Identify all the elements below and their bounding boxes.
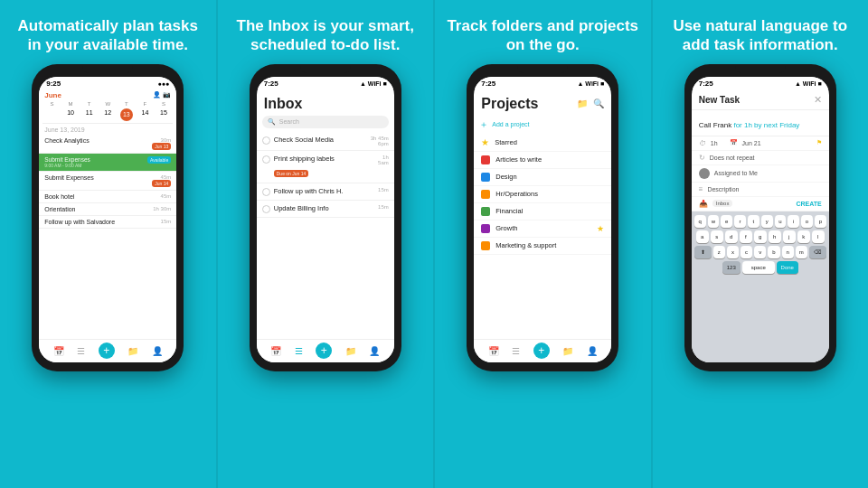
project-color-icon (481, 173, 490, 182)
project-name: Hr/Operations (495, 190, 538, 198)
tab-icon-calendar-2[interactable]: 📅 (270, 346, 281, 356)
key-y[interactable]: y (761, 215, 773, 228)
key-u[interactable]: u (775, 215, 787, 228)
key-i[interactable]: i (788, 215, 799, 228)
key-x[interactable]: x (727, 246, 739, 258)
key-w[interactable]: w (708, 215, 720, 228)
status-bar-2: 7:25 ▲ WiFi ■ (257, 77, 394, 89)
tab-icon-folder-2[interactable]: 📁 (345, 346, 356, 356)
project-item-articles[interactable]: Articles to write (474, 152, 611, 169)
project-item-financial[interactable]: Financial (474, 203, 611, 221)
key-v[interactable]: v (754, 246, 766, 258)
key-d[interactable]: d (725, 230, 738, 243)
project-item-marketing[interactable]: Marketing & support (474, 238, 611, 255)
cal-date-label: June 13, 2019 (39, 127, 176, 135)
inbox-title: Inbox (257, 89, 394, 116)
task-item[interactable]: Book hotel 45m (39, 191, 176, 203)
task-badge-orange-2: Jun 14 (152, 180, 171, 187)
project-name: Growth (495, 224, 517, 232)
task-item[interactable]: Orientation 1h 30m (39, 203, 176, 216)
newtask-row-repeat[interactable]: ↻ Does not repeat (692, 151, 829, 165)
key-delete[interactable]: ⌫ (809, 246, 826, 258)
task-item-green[interactable]: Submit Expenses 9:00 AM - 9:00 AM Availa… (39, 154, 176, 172)
create-button[interactable]: CREATE (796, 201, 821, 207)
time-1: 9:25 (46, 80, 61, 88)
checkbox-1[interactable] (262, 136, 270, 145)
newtask-row-desc[interactable]: ≡ Description (692, 183, 829, 197)
tab-add-button-2[interactable]: + (316, 343, 332, 359)
tab-icon-inbox[interactable]: ☰ (295, 346, 303, 356)
tab-icon-user[interactable]: 👤 (152, 346, 163, 356)
key-p[interactable]: p (815, 215, 826, 228)
key-f[interactable]: f (740, 230, 752, 243)
tab-icon-list[interactable]: ☰ (77, 346, 85, 356)
key-s[interactable]: s (711, 230, 723, 243)
tab-icon-user-2[interactable]: 👤 (369, 346, 380, 356)
key-j[interactable]: j (783, 230, 796, 243)
tab-icon-user-3[interactable]: 👤 (587, 346, 598, 356)
key-q[interactable]: q (694, 215, 706, 228)
inbox-item[interactable]: Check Social Media 3h 45m 6pm (257, 132, 394, 151)
panel-projects: Track folders and projects on the go. 7:… (433, 0, 651, 488)
key-e[interactable]: e (721, 215, 732, 228)
task-item[interactable]: Follow up with Salvadore 15m (39, 216, 176, 229)
tab-icon-list-3[interactable]: ☰ (512, 346, 520, 356)
tab-icon-folder[interactable]: 📁 (127, 346, 138, 356)
kb-row-4: 123 space Done (694, 261, 826, 274)
inbox-icon: 📥 (699, 200, 708, 208)
tab-icon-folder-3[interactable]: 📁 (562, 346, 573, 356)
key-g[interactable]: g (754, 230, 767, 243)
inbox-item[interactable]: Print shipping labels Due on Jun 14 1h 5… (257, 151, 394, 183)
kb-row-3: ⬆ z x c v b n m ⌫ (694, 246, 826, 258)
tab-add-button[interactable]: + (99, 343, 115, 359)
tab-icon-calendar[interactable]: 📅 (53, 346, 64, 356)
task-item[interactable]: Submit Expenses 45m Jun 14 (39, 172, 176, 191)
status-icons-4: ▲ WiFi ■ (795, 80, 822, 87)
panel3-headline: Track folders and projects on the go. (444, 16, 642, 55)
key-m[interactable]: m (796, 246, 807, 258)
key-k[interactable]: k (797, 230, 810, 243)
key-shift[interactable]: ⬆ (694, 246, 712, 258)
project-item-design[interactable]: Design (474, 169, 611, 186)
project-item-growth[interactable]: Growth ★ (474, 221, 611, 238)
key-c[interactable]: c (741, 246, 752, 258)
checkbox-3[interactable] (262, 188, 270, 196)
star-icon: ★ (481, 137, 489, 147)
status-bar-4: 7:25 ▲ WiFi ■ (692, 77, 829, 89)
search-icon-projects[interactable]: 🔍 (593, 99, 604, 108)
add-project-row[interactable]: ＋ Add a project (474, 116, 611, 134)
key-h[interactable]: h (769, 230, 781, 243)
key-t[interactable]: t (748, 215, 760, 228)
inbox-item[interactable]: Follow up with Chris H. 15m (257, 183, 394, 201)
tab-icon-calendar-3[interactable]: 📅 (488, 346, 499, 356)
checkbox-2[interactable] (262, 155, 270, 164)
key-b[interactable]: b (768, 246, 779, 258)
folder-icon[interactable]: 📁 (577, 99, 588, 108)
key-n[interactable]: n (782, 246, 794, 258)
key-r[interactable]: r (734, 215, 746, 228)
project-item-starred[interactable]: ★ Starred (474, 134, 611, 152)
inbox-item[interactable]: Update Billing Info 15m (257, 201, 394, 218)
newtask-input[interactable]: Call Frank for 1h by next Friday (692, 110, 829, 136)
key-o[interactable]: o (801, 215, 813, 228)
project-color-icon (481, 207, 490, 216)
tab-add-button-3[interactable]: + (533, 343, 550, 359)
newtask-row-assign[interactable]: Assigned to Me (692, 165, 829, 183)
key-space[interactable]: space (742, 261, 775, 274)
key-123[interactable]: 123 (722, 261, 741, 274)
checkbox-4[interactable] (262, 205, 270, 213)
task-item[interactable]: Check Analytics 30m Jun 13 (39, 135, 176, 154)
phone-notch-3 (517, 64, 568, 73)
close-icon[interactable]: ✕ (814, 94, 822, 106)
newtask-row-time[interactable]: ⏱ 1h 📅 Jun 21 ⚑ (692, 136, 829, 151)
key-z[interactable]: z (713, 246, 725, 258)
newtask-header: New Task ✕ (692, 89, 829, 110)
key-a[interactable]: a (696, 230, 709, 243)
inbox-search[interactable]: 🔍 Search (262, 116, 389, 128)
time-2: 7:25 (264, 80, 278, 88)
phone-calendar: 9:25 ●●● June 👤 📷 SMTWTFS 10 11 12 13 14 (32, 64, 184, 371)
project-item-hr[interactable]: Hr/Operations (474, 186, 611, 203)
key-l[interactable]: l (812, 230, 825, 243)
key-done[interactable]: Done (777, 261, 798, 274)
phone-newtask: 7:25 ▲ WiFi ■ New Task ✕ Call Frank for … (684, 64, 836, 371)
